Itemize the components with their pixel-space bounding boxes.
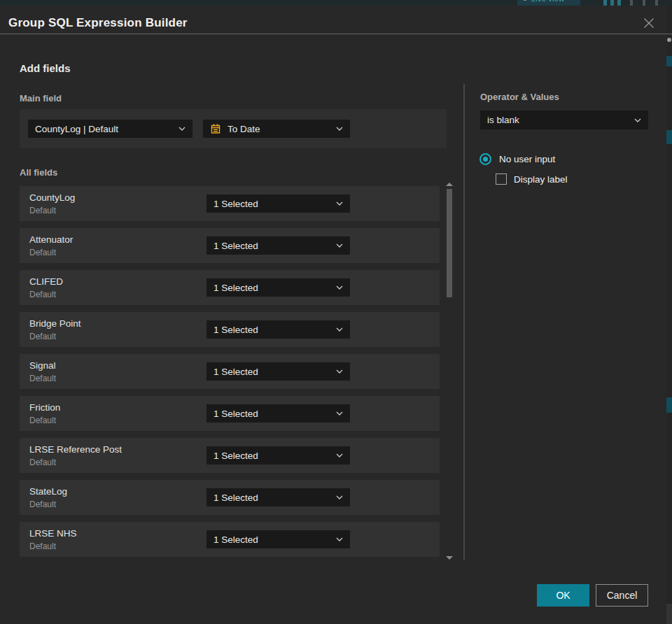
field-name: Signal [29, 360, 56, 371]
panel-divider [463, 84, 465, 560]
field-type: Default [29, 541, 56, 551]
field-row: CLIFED Default 1 Selected [20, 270, 440, 305]
field-selection-value: 1 Selected [214, 325, 258, 335]
operator-select-value: is blank [487, 115, 519, 125]
chevron-down-icon [336, 201, 343, 206]
close-icon [643, 17, 655, 29]
all-fields-label: All fields [20, 167, 57, 178]
field-type: Default [29, 416, 56, 425]
main-field-label: Main field [20, 93, 62, 104]
background-toolbar-icon [655, 0, 658, 6]
chevron-down-icon [336, 369, 343, 374]
field-row: StateLog Default 1 Selected [20, 480, 440, 515]
operator-values-heading: Operator & Values [480, 92, 559, 102]
background-fragment [666, 397, 672, 413]
field-selection-value: 1 Selected [214, 534, 258, 545]
chevron-down-icon [336, 285, 343, 290]
field-type: Default [29, 206, 56, 215]
background-fragment [666, 604, 672, 624]
field-row: Friction Default 1 Selected [20, 396, 440, 431]
field-row: Signal Default 1 Selected [20, 354, 440, 389]
main-field-select[interactable]: CountyLog | Default [28, 120, 192, 138]
chevron-down-icon [336, 537, 343, 541]
ok-button[interactable]: OK [537, 584, 589, 607]
chevron-down-icon [178, 127, 186, 131]
cancel-button[interactable]: Cancel [596, 584, 648, 607]
main-field-select-value: CountyLog | Default [35, 124, 118, 134]
live-view-button[interactable]: Live view [517, 0, 580, 6]
field-selection-select[interactable]: 1 Selected [206, 362, 350, 381]
background-toolbar-icon [617, 0, 621, 6]
field-name: StateLog [29, 486, 67, 497]
dialog-title: Group SQL Expression Builder [8, 6, 188, 40]
field-name: Friction [29, 402, 60, 413]
screen: Live view Group SQL Expression Builder A [0, 0, 672, 624]
field-selection-select[interactable]: 1 Selected [206, 446, 350, 465]
no-user-input-label: No user input [499, 154, 555, 164]
chevron-down-icon [336, 495, 343, 499]
field-selection-select[interactable]: 1 Selected [206, 320, 350, 339]
chevron-down-icon [336, 453, 343, 458]
main-date-select-value: To Date [227, 124, 260, 134]
field-row: Attenuator Default 1 Selected [20, 228, 440, 263]
group-sql-expression-builder-dialog: Group SQL Expression Builder Add fields … [0, 6, 666, 624]
chevron-down-icon [336, 243, 343, 248]
field-selection-value: 1 Selected [214, 283, 258, 293]
field-selection-value: 1 Selected [214, 492, 258, 503]
display-label-label: Display label [514, 174, 568, 185]
background-toolbar-icon [643, 0, 645, 6]
field-type: Default [29, 374, 56, 383]
scrollbar-up-arrow[interactable] [446, 183, 453, 186]
field-type: Default [29, 458, 56, 467]
field-type: Default [29, 332, 56, 341]
radio-selected-icon [479, 153, 491, 165]
field-selection-select[interactable]: 1 Selected [206, 194, 350, 213]
field-selection-select[interactable]: 1 Selected [206, 236, 350, 255]
main-field-box: CountyLog | Default To Date [20, 109, 447, 148]
scrollbar-thumb[interactable] [447, 189, 452, 297]
live-dot-icon [523, 0, 527, 1]
display-label-checkbox[interactable]: Display label [496, 173, 568, 185]
field-selection-value: 1 Selected [214, 409, 258, 419]
main-date-select[interactable]: To Date [203, 120, 350, 138]
operator-select[interactable]: is blank [480, 111, 648, 129]
field-name: Attenuator [29, 234, 73, 245]
field-type: Default [29, 248, 56, 257]
all-fields-list: CountyLog Default 1 Selected Attenuator … [20, 186, 440, 564]
field-row: LRSE Reference Post Default 1 Selected [20, 438, 440, 473]
add-fields-heading: Add fields [20, 62, 71, 74]
field-row: Bridge Point Default 1 Selected [20, 312, 440, 347]
background-app-right-edge [666, 6, 672, 624]
field-name: CLIFED [29, 276, 63, 287]
field-selection-select[interactable]: 1 Selected [206, 488, 350, 506]
field-selection-value: 1 Selected [214, 241, 258, 251]
field-selection-value: 1 Selected [214, 199, 258, 209]
field-name: LRSE Reference Post [29, 444, 122, 455]
scrollbar-down-arrow[interactable] [446, 556, 453, 560]
field-selection-select[interactable]: 1 Selected [206, 278, 350, 297]
field-row: CountyLog Default 1 Selected [20, 186, 440, 221]
field-row: LRSE NHS Default 1 Selected [20, 522, 440, 557]
live-view-label: Live view [531, 0, 564, 3]
background-toolbar-icon [603, 0, 607, 6]
field-selection-select[interactable]: 1 Selected [206, 530, 350, 548]
background-fragment [666, 56, 672, 66]
field-type: Default [29, 499, 56, 509]
close-button[interactable] [640, 15, 657, 31]
calendar-icon [210, 123, 221, 134]
background-toolbar-icon [630, 0, 633, 6]
header-divider [0, 34, 672, 34]
background-app-topbar: Live view [0, 0, 672, 6]
dialog-header: Group SQL Expression Builder [0, 6, 666, 40]
checkbox-unchecked-icon [496, 173, 507, 185]
field-selection-value: 1 Selected [214, 367, 258, 377]
background-toolbar-icon [610, 0, 614, 6]
field-type: Default [29, 290, 56, 299]
chevron-down-icon [336, 327, 343, 332]
no-user-input-radio[interactable]: No user input [479, 153, 555, 165]
chevron-down-icon [336, 411, 343, 416]
field-name: LRSE NHS [29, 528, 77, 539]
background-scroll-dot [667, 38, 671, 42]
field-selection-select[interactable]: 1 Selected [206, 404, 350, 423]
field-name: Bridge Point [29, 318, 81, 329]
